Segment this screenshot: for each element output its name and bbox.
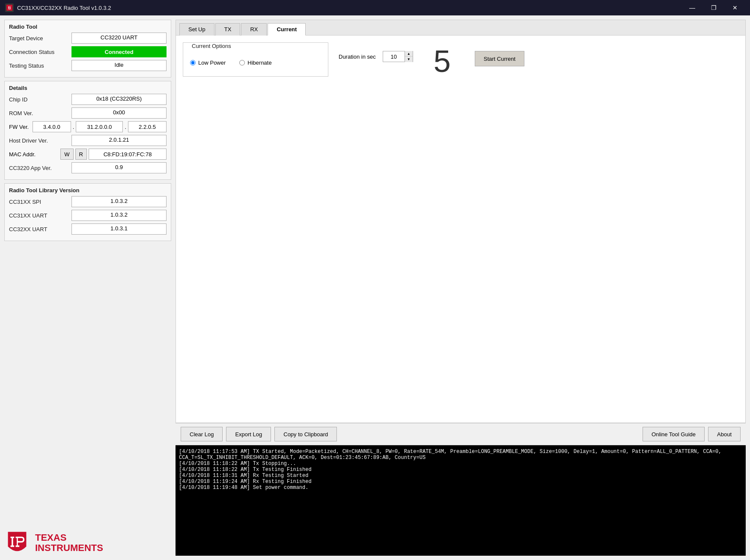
ti-logo-text1: Texas	[35, 533, 103, 543]
export-log-button[interactable]: Export Log	[226, 427, 271, 441]
host-driver-row: Host Driver Ver. 2.0.1.21	[9, 135, 167, 146]
target-device-value: CC3220 UART	[71, 33, 167, 44]
duration-spinner: ▲ ▼	[383, 51, 413, 62]
connection-status-label: Connection Status	[9, 49, 69, 55]
fw-ver-part2[interactable]	[76, 121, 123, 132]
fw-ver-part1[interactable]	[33, 121, 71, 132]
clear-log-button[interactable]: Clear Log	[181, 427, 223, 441]
tabs-row: Set Up TX RX Current	[176, 20, 745, 36]
chip-id-label: Chip ID	[9, 96, 69, 103]
current-options-box: Current Options Low Power Hibernate	[183, 42, 328, 77]
cc31xx-uart-value: 1.0.3.2	[71, 210, 167, 221]
app-title: CC31XX/CC32XX Radio Tool v1.0.3.2	[17, 5, 679, 11]
mac-addr-row: MAC Addr. W R	[9, 149, 167, 160]
cc31xx-spi-row: CC31XX SPI 1.0.3.2	[9, 196, 167, 207]
title-bar: ti CC31XX/CC32XX Radio Tool v1.0.3.2 — ❐…	[0, 0, 750, 15]
cc31xx-uart-row: CC31XX UART 1.0.3.2	[9, 210, 167, 221]
copy-to-clipboard-button[interactable]: Copy to Clipboard	[274, 427, 337, 441]
tab-panel: Set Up TX RX Current Current Options Low…	[176, 20, 746, 423]
online-tool-guide-button[interactable]: Online Tool Guide	[643, 427, 705, 441]
rom-ver-row: ROM Ver. 0x00	[9, 107, 167, 119]
cc31xx-spi-label: CC31XX SPI	[9, 199, 69, 205]
duration-input[interactable]	[383, 54, 405, 60]
restore-button[interactable]: ❐	[704, 2, 723, 14]
power-mode-group: Low Power Hibernate	[190, 56, 321, 69]
minimize-button[interactable]: —	[682, 2, 702, 14]
low-power-label: Low Power	[198, 60, 226, 66]
rom-ver-value: 0x00	[71, 107, 167, 119]
right-panel: Set Up TX RX Current Current Options Low…	[176, 20, 746, 556]
chip-id-row: Chip ID 0x18 (CC3220RS)	[9, 94, 167, 105]
start-current-button[interactable]: Start Current	[475, 51, 524, 66]
cc32xx-uart-row: CC32XX UART 1.0.3.1	[9, 223, 167, 235]
host-driver-value: 2.0.1.21	[71, 135, 167, 146]
low-power-radio[interactable]	[190, 60, 196, 66]
log-toolbar: Clear Log Export Log Copy to Clipboard O…	[176, 423, 746, 445]
hibernate-option[interactable]: Hibernate	[239, 60, 271, 66]
cc3220-app-ver-label: CC3220 App Ver.	[9, 165, 69, 171]
target-device-row: Target Device CC3220 UART	[9, 33, 167, 44]
duration-down-button[interactable]: ▼	[405, 57, 413, 62]
tab-tx[interactable]: TX	[215, 23, 241, 36]
left-panel: Radio Tool Target Device CC3220 UART Con…	[4, 20, 171, 556]
hibernate-radio[interactable]	[239, 60, 245, 66]
testing-status-row: Testing Status Idle	[9, 60, 167, 71]
hibernate-label: Hibernate	[247, 60, 271, 66]
mac-read-button[interactable]: R	[75, 149, 87, 160]
fw-ver-label: FW Ver.	[9, 124, 31, 130]
cc3220-app-ver-value: 0.9	[71, 162, 167, 173]
duration-row: Duration in sec ▲ ▼	[339, 51, 413, 62]
tab-current[interactable]: Current	[268, 23, 306, 36]
tab-setup[interactable]: Set Up	[179, 23, 214, 36]
mac-write-button[interactable]: W	[60, 149, 73, 160]
low-power-option[interactable]: Low Power	[190, 60, 226, 66]
fw-ver-part3[interactable]	[128, 121, 167, 132]
cc31xx-spi-value: 1.0.3.2	[71, 196, 167, 207]
mac-addr-label: MAC Addr.	[9, 151, 59, 158]
details-label: Details	[9, 85, 167, 91]
app-icon: ti	[5, 3, 14, 12]
duration-up-button[interactable]: ▲	[405, 51, 413, 57]
cc31xx-uart-label: CC31XX UART	[9, 212, 69, 219]
connection-status-badge: Connected	[71, 46, 167, 57]
radio-tool-label: Radio Tool	[9, 24, 167, 30]
current-options-title: Current Options	[190, 43, 233, 49]
ti-logo-text2: Instruments	[35, 543, 103, 553]
library-section: Radio Tool Library Version CC31XX SPI 1.…	[4, 183, 171, 241]
testing-status-value: Idle	[71, 60, 167, 71]
close-button[interactable]: ✕	[725, 2, 745, 14]
duration-label: Duration in sec	[339, 54, 376, 60]
ti-logo-section: Texas Instruments	[4, 523, 171, 556]
about-button[interactable]: About	[708, 427, 741, 441]
connection-status-row: Connection Status Connected	[9, 46, 167, 57]
mac-value-input[interactable]	[89, 149, 167, 160]
target-device-label: Target Device	[9, 35, 69, 42]
ti-logo-icon	[4, 530, 30, 556]
log-area-container: Clear Log Export Log Copy to Clipboard O…	[176, 423, 746, 556]
current-tab-content: Current Options Low Power Hibernate	[176, 36, 745, 423]
fw-ver-row: FW Ver. . .	[9, 121, 167, 132]
cc32xx-uart-value: 1.0.3.1	[71, 223, 167, 235]
radio-tool-section: Radio Tool Target Device CC3220 UART Con…	[4, 20, 171, 77]
host-driver-label: Host Driver Ver.	[9, 137, 69, 144]
testing-status-label: Testing Status	[9, 63, 69, 69]
tab-rx[interactable]: RX	[241, 23, 267, 36]
cc3220-app-ver-row: CC3220 App Ver. 0.9	[9, 162, 167, 173]
main-content: Radio Tool Target Device CC3220 UART Con…	[0, 15, 750, 560]
svg-text:ti: ti	[8, 6, 11, 10]
library-label: Radio Tool Library Version	[9, 187, 167, 194]
big-number-display: 5	[434, 46, 451, 77]
details-section: Details Chip ID 0x18 (CC3220RS) ROM Ver.…	[4, 81, 171, 180]
window-controls: — ❐ ✕	[682, 2, 745, 14]
log-output: [4/10/2018 11:17:53 AM] TX Started, Mode…	[176, 445, 746, 556]
chip-id-value: 0x18 (CC3220RS)	[71, 94, 167, 105]
cc32xx-uart-label: CC32XX UART	[9, 226, 69, 232]
rom-ver-label: ROM Ver.	[9, 110, 69, 116]
